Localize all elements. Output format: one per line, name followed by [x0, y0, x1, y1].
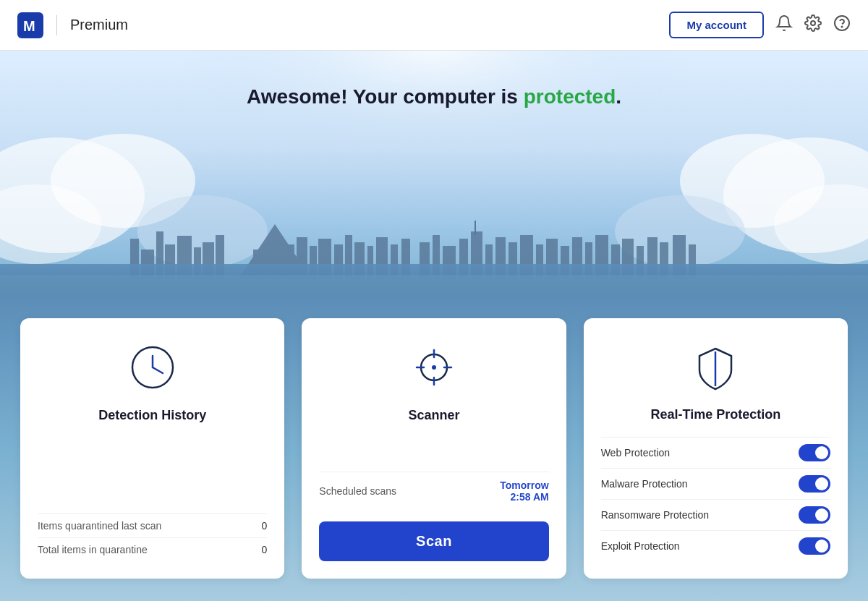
ransomware-protection-label: Ransomware Protection: [601, 509, 709, 521]
svg-rect-58: [475, 221, 476, 235]
protection-list: Web Protection Malware Protection Ransom…: [601, 437, 830, 561]
header-left: M Premium: [17, 12, 128, 38]
header-right: My account: [669, 12, 851, 38]
scan-button[interactable]: Scan: [319, 521, 548, 561]
stat-row-1: Items quarantined last scan 0: [38, 513, 267, 537]
web-protection-row: Web Protection: [601, 437, 830, 468]
hero-message-highlight: protected: [524, 85, 616, 108]
hero-message-prefix: Awesome! Your computer is: [247, 85, 524, 108]
protection-icon-area: [689, 338, 741, 396]
detection-history-title: Detection History: [98, 408, 206, 423]
bell-icon: [775, 14, 793, 32]
real-time-protection-card: Real-Time Protection Web Protection Malw…: [584, 318, 848, 579]
exploit-protection-label: Exploit Protection: [601, 540, 680, 552]
shield-icon: [689, 341, 741, 393]
app-title: Premium: [70, 17, 128, 33]
scheduled-row: Scheduled scans Tomorrow2:58 AM: [319, 472, 548, 510]
svg-text:M: M: [23, 18, 35, 34]
stat-row-2: Total items in quarantine 0: [38, 537, 267, 561]
ransomware-protection-toggle[interactable]: [799, 506, 830, 524]
settings-button[interactable]: [804, 14, 822, 36]
protection-title: Real-Time Protection: [650, 407, 780, 422]
crosshair-icon: [408, 341, 460, 393]
web-protection-toggle[interactable]: [799, 444, 830, 461]
stat-label-2: Total items in quarantine: [38, 544, 148, 555]
svg-point-2: [811, 21, 815, 25]
notification-button[interactable]: [775, 14, 793, 36]
detection-history-card: Detection History Items quarantined last…: [20, 318, 284, 579]
svg-line-63: [153, 367, 163, 373]
help-icon: [833, 14, 851, 32]
exploit-protection-row: Exploit Protection: [601, 530, 830, 561]
help-button[interactable]: [833, 14, 851, 36]
malware-protection-row: Malware Protection: [601, 468, 830, 499]
gear-icon: [804, 14, 822, 32]
header-divider: [56, 15, 57, 35]
malware-protection-toggle[interactable]: [799, 475, 830, 493]
scanner-icon-area: [408, 338, 460, 396]
web-protection-label: Web Protection: [601, 447, 670, 459]
my-account-button[interactable]: My account: [669, 12, 764, 38]
detection-history-icon-area: [127, 338, 179, 396]
clock-icon: [127, 341, 179, 393]
stat-value-2: 0: [262, 544, 268, 555]
app-header: M Premium My account: [0, 0, 868, 51]
malwarebytes-logo: M: [17, 12, 43, 38]
detection-stats: Items quarantined last scan 0 Total item…: [38, 513, 267, 561]
scanner-card: Scanner Scheduled scans Tomorrow2:58 AM …: [302, 318, 566, 579]
ransomware-protection-row: Ransomware Protection: [601, 499, 830, 530]
hero-banner: Awesome! Your computer is protected.: [0, 51, 868, 297]
hero-message: Awesome! Your computer is protected.: [247, 85, 621, 108]
cards-section: Detection History Items quarantined last…: [0, 297, 868, 601]
exploit-protection-toggle[interactable]: [799, 537, 830, 555]
hero-message-suffix: .: [616, 85, 621, 108]
scanner-title: Scanner: [408, 408, 459, 423]
svg-point-69: [432, 365, 436, 370]
scanner-content: Scheduled scans Tomorrow2:58 AM Scan: [319, 472, 548, 561]
stat-label-1: Items quarantined last scan: [38, 520, 161, 532]
scheduled-label: Scheduled scans: [319, 485, 396, 497]
svg-rect-60: [0, 275, 868, 297]
scheduled-time: Tomorrow2:58 AM: [500, 479, 548, 503]
stat-value-1: 0: [262, 520, 268, 532]
malware-protection-label: Malware Protection: [601, 478, 688, 490]
